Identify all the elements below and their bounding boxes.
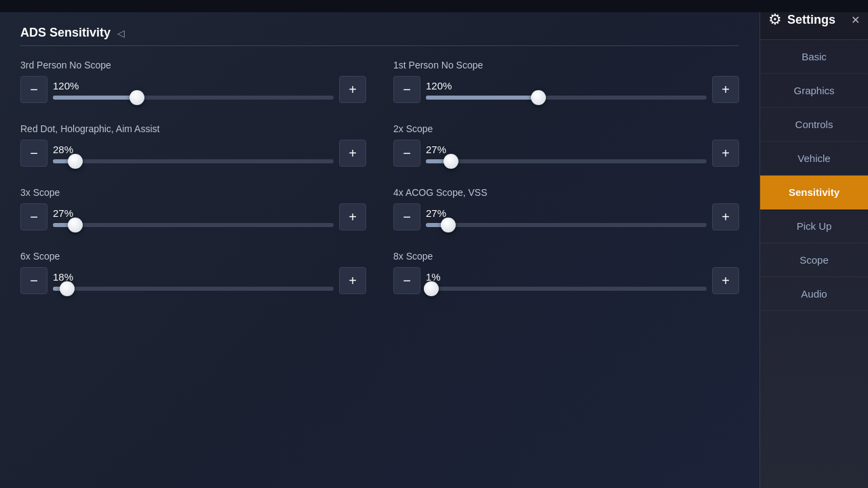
label-2x-scope: 2x Scope [393,123,739,134]
sidebar-item-pickup[interactable]: Pick Up [760,209,868,243]
value-red-dot: 28% [53,144,334,155]
thumb-2x-scope[interactable] [443,154,458,169]
label-6x-scope: 6x Scope [20,251,366,262]
sidebar-item-graphics[interactable]: Graphics [760,74,868,108]
gear-icon: ⚙ [768,11,782,28]
minus-btn-8x-scope[interactable]: − [393,267,420,294]
minus-btn-6x-scope[interactable]: − [20,267,47,294]
setting-red-dot: Red Dot, Holographic, Aim Assist − 28% + [20,123,366,167]
thumb-1st-person[interactable] [531,90,546,105]
minus-btn-3rd-person[interactable]: − [20,76,47,103]
plus-btn-4x-acog[interactable]: + [712,203,739,230]
slider-row-1st-person: − 120% + [393,76,739,103]
track-2x-scope[interactable] [426,159,707,163]
slider-row-8x-scope: − 1% + [393,267,739,294]
sidebar-item-controls[interactable]: Controls [760,108,868,142]
track-3x-scope[interactable] [53,223,334,227]
thumb-8x-scope[interactable] [424,281,439,296]
setting-1st-person-no-scope: 1st Person No Scope − 120% + [393,60,739,103]
thumb-3rd-person[interactable] [130,90,144,105]
setting-8x-scope: 8x Scope − 1% + [393,251,739,294]
value-8x-scope: 1% [426,271,707,283]
minus-btn-red-dot[interactable]: − [20,140,47,167]
sidebar-item-audio[interactable]: Audio [760,277,868,311]
close-icon[interactable]: ✕ [851,14,860,26]
sidebar-nav: Basic Graphics Controls Vehicle Sensitiv… [760,40,868,488]
value-1st-person: 120% [426,80,707,92]
plus-btn-2x-scope[interactable]: + [712,140,739,167]
setting-6x-scope: 6x Scope − 18% + [20,251,366,294]
track-8x-scope[interactable] [426,287,707,291]
label-1st-person-no-scope: 1st Person No Scope [393,60,739,70]
track-3rd-person[interactable] [53,96,334,100]
minus-btn-2x-scope[interactable]: − [393,140,420,167]
ads-header: ADS Sensitivity ◁ [20,26,739,46]
top-bar [0,0,868,12]
plus-btn-1st-person[interactable]: + [712,76,739,103]
track-red-dot[interactable] [53,159,334,163]
plus-btn-6x-scope[interactable]: + [339,267,366,294]
slider-row-3x-scope: − 27% + [20,203,366,230]
settings-grid: 3rd Person No Scope − 120% + 1st Person … [20,60,739,294]
label-red-dot: Red Dot, Holographic, Aim Assist [20,123,366,134]
value-3x-scope: 27% [53,207,334,219]
thumb-red-dot[interactable] [68,154,83,169]
track-4x-acog[interactable] [426,223,707,227]
minus-btn-3x-scope[interactable]: − [20,203,47,230]
sidebar-item-basic[interactable]: Basic [760,40,868,74]
slider-container-8x-scope: 1% [426,271,707,291]
setting-3x-scope: 3x Scope − 27% + [20,187,366,230]
slider-container-red-dot: 28% [53,144,334,163]
slider-container-1st-person: 120% [426,80,707,100]
setting-2x-scope: 2x Scope − 27% + [393,123,739,167]
label-8x-scope: 8x Scope [393,251,739,262]
slider-container-2x-scope: 27% [426,144,707,163]
slider-container-4x-acog: 27% [426,207,707,227]
slider-row-2x-scope: − 27% + [393,140,739,167]
slider-row-3rd-person: − 120% + [20,76,366,103]
main-content: ADS Sensitivity ◁ 3rd Person No Scope − … [0,12,760,488]
fill-1st-person [426,96,538,100]
fill-3rd-person [53,96,137,100]
setting-4x-acog: 4x ACOG Scope, VSS − 27% + [393,187,739,230]
value-4x-acog: 27% [426,207,707,219]
slider-row-6x-scope: − 18% + [20,267,366,294]
thumb-6x-scope[interactable] [60,281,75,296]
ads-title: ADS Sensitivity [20,26,111,40]
plus-btn-red-dot[interactable]: + [339,140,366,167]
slider-row-red-dot: − 28% + [20,140,366,167]
slider-container-3rd-person: 120% [53,80,334,100]
value-6x-scope: 18% [53,271,334,283]
slider-container-3x-scope: 27% [53,207,334,227]
label-4x-acog: 4x ACOG Scope, VSS [393,187,739,198]
track-6x-scope[interactable] [53,287,334,291]
label-3rd-person-no-scope: 3rd Person No Scope [20,60,366,70]
sidebar-item-sensitivity[interactable]: Sensitivity [760,176,868,209]
label-3x-scope: 3x Scope [20,187,366,198]
minus-btn-1st-person[interactable]: − [393,76,420,103]
plus-btn-8x-scope[interactable]: + [712,267,739,294]
slider-row-4x-acog: − 27% + [393,203,739,230]
thumb-4x-acog[interactable] [441,218,456,232]
setting-3rd-person-no-scope: 3rd Person No Scope − 120% + [20,60,366,103]
value-3rd-person: 120% [53,80,334,92]
track-1st-person[interactable] [426,96,707,100]
plus-btn-3rd-person[interactable]: + [339,76,366,103]
thumb-3x-scope[interactable] [68,218,83,232]
sidebar-item-vehicle[interactable]: Vehicle [760,142,868,176]
back-arrow[interactable]: ◁ [117,28,125,39]
sidebar: ⚙ Settings ✕ Basic Graphics Controls Veh… [760,0,868,488]
sidebar-item-scope[interactable]: Scope [760,243,868,277]
minus-btn-4x-acog[interactable]: − [393,203,420,230]
settings-title: Settings [787,13,835,27]
plus-btn-3x-scope[interactable]: + [339,203,366,230]
value-2x-scope: 27% [426,144,707,155]
slider-container-6x-scope: 18% [53,271,334,291]
